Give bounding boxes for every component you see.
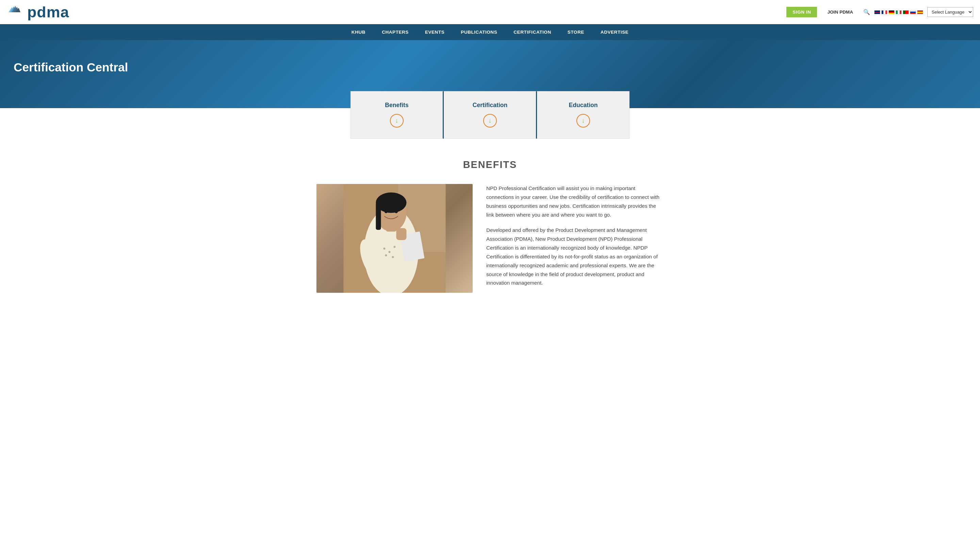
benefits-section-title: BENEFITS xyxy=(316,159,664,171)
main-nav: KHUB CHAPTERS EVENTS PUBLICATIONS CERTIF… xyxy=(0,24,980,40)
svg-point-11 xyxy=(385,254,387,256)
svg-rect-16 xyxy=(376,203,381,230)
svg-point-10 xyxy=(394,246,396,248)
tab-card-certification[interactable]: Certification ↓ xyxy=(444,91,537,139)
language-select[interactable]: Select Language English French German It… xyxy=(927,7,973,17)
logo-text: pdma xyxy=(27,3,69,21)
header: pdma SIGN IN JOIN PDMA 🔍 Select Language… xyxy=(0,0,980,24)
benefits-content: NPD Professional Certification will assi… xyxy=(316,184,664,293)
join-pdma-button[interactable]: JOIN PDMA xyxy=(821,7,859,17)
certification-down-arrow-icon: ↓ xyxy=(483,114,497,128)
flags-area xyxy=(874,10,923,14)
svg-point-9 xyxy=(389,251,391,253)
svg-point-18 xyxy=(395,209,398,213)
nav-item-advertise[interactable]: ADVERTISE xyxy=(592,24,637,40)
education-down-arrow-icon: ↓ xyxy=(576,114,590,128)
search-icon[interactable]: 🔍 xyxy=(863,9,870,15)
svg-point-8 xyxy=(383,248,386,249)
logo-area: pdma xyxy=(7,3,69,21)
tab-card-education[interactable]: Education ↓ xyxy=(537,91,630,139)
nav-item-events[interactable]: EVENTS xyxy=(417,24,452,40)
svg-point-12 xyxy=(392,256,394,258)
nav-item-khub[interactable]: KHUB xyxy=(343,24,373,40)
flag-pt[interactable] xyxy=(903,10,909,14)
svg-rect-20 xyxy=(396,228,407,240)
pdma-logo-icon xyxy=(7,4,24,21)
nav-item-store[interactable]: STORE xyxy=(559,24,592,40)
flag-it[interactable] xyxy=(896,10,902,14)
flag-de[interactable] xyxy=(888,10,894,14)
flag-es[interactable] xyxy=(917,10,923,14)
benefits-down-arrow-icon: ↓ xyxy=(390,114,404,128)
flag-fr[interactable] xyxy=(881,10,888,14)
benefits-paragraph-2: Developed and offered by the Product Dev… xyxy=(486,226,664,287)
nav-item-publications[interactable]: PUBLICATIONS xyxy=(452,24,505,40)
benefits-section: BENEFITS xyxy=(303,139,677,313)
nav-item-chapters[interactable]: CHAPTERS xyxy=(373,24,417,40)
sign-in-button[interactable]: SIGN IN xyxy=(786,7,817,17)
flag-ru[interactable] xyxy=(910,10,916,14)
benefits-person-svg xyxy=(316,184,473,293)
flag-gb[interactable] xyxy=(874,10,880,14)
header-right: SIGN IN JOIN PDMA 🔍 Select Language Engl… xyxy=(786,7,973,17)
nav-item-certification[interactable]: CERTIFICATION xyxy=(505,24,559,40)
svg-point-17 xyxy=(385,209,388,213)
benefits-paragraph-1: NPD Professional Certification will assi… xyxy=(486,184,664,219)
benefits-image xyxy=(316,184,473,293)
tab-education-label: Education xyxy=(569,102,597,109)
tab-card-benefits[interactable]: Benefits ↓ xyxy=(350,91,444,139)
hero-title: Certification Central xyxy=(14,61,966,74)
tab-certification-label: Certification xyxy=(473,102,508,109)
tabs-section: Benefits ↓ Certification ↓ Education ↓ xyxy=(337,91,643,139)
benefits-text: NPD Professional Certification will assi… xyxy=(486,184,664,287)
tab-benefits-label: Benefits xyxy=(385,102,408,109)
